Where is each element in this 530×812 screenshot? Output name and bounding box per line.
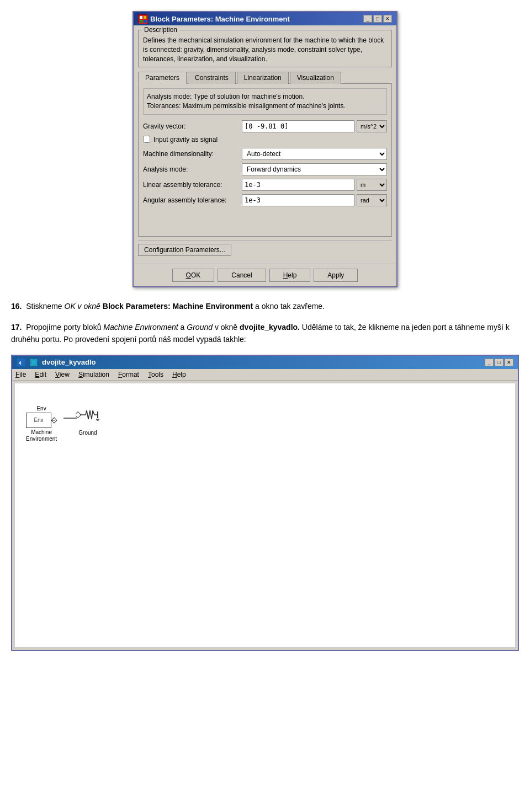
svg-rect-4 — [144, 20, 146, 23]
minimize-button[interactable]: _ — [363, 15, 372, 23]
machine-dim-row: Machine dimensionality: Auto-detect — [143, 148, 387, 160]
tab-visualization[interactable]: Visualization — [290, 72, 341, 84]
angular-tol-label: Angular assembly tolerance: — [143, 196, 240, 204]
simulink-close-button[interactable]: ✕ — [505, 359, 513, 366]
simulink-titlebar-controls: _ □ ✕ — [485, 359, 513, 366]
tab-info-line2: Tolerances: Maximum permissible misalign… — [147, 101, 383, 111]
menu-file[interactable]: File — [15, 371, 26, 378]
menu-edit[interactable]: Edit — [35, 371, 46, 378]
simulink-maximize-button[interactable]: □ — [495, 359, 504, 366]
simulink-app-icon: 4 — [17, 358, 25, 367]
svg-rect-2 — [144, 16, 146, 19]
step16-text: 16. Stiskneme OK v okně Block Parameters… — [11, 301, 519, 312]
tab-constraints[interactable]: Constraints — [188, 72, 236, 84]
simulink-minimize-button[interactable]: _ — [485, 359, 494, 366]
block-params-dialog-wrapper: Block Parameters: Machine Environment _ … — [11, 11, 519, 287]
dialog-title: Block Parameters: Machine Environment — [150, 15, 290, 23]
gravity-input[interactable] — [242, 120, 354, 132]
svg-point-7 — [31, 360, 36, 365]
titlebar-left: Block Parameters: Machine Environment — [138, 14, 290, 23]
block-machine-environment[interactable]: Env Env Machine Environment — [26, 405, 57, 442]
linear-tol-input[interactable] — [242, 179, 354, 191]
block-machine-label1: Machine — [26, 429, 57, 436]
analysis-mode-row: Analysis mode: Forward dynamics — [143, 163, 387, 175]
dialog-footer: OOK Cancel Help Apply — [134, 264, 396, 286]
machine-dim-label: Machine dimensionality: — [143, 150, 240, 158]
simulink-small-icon — [30, 359, 38, 366]
angular-tol-unit-select[interactable]: rad — [357, 194, 387, 206]
dialog-body: Description Defines the mechanical simul… — [134, 25, 396, 264]
spacer — [143, 210, 387, 232]
description-label: Description — [142, 26, 179, 34]
block-env-label-top: Env — [26, 405, 57, 412]
gravity-signal-row: Input gravity as signal — [143, 136, 387, 143]
machine-dim-select[interactable]: Auto-detect — [242, 148, 387, 160]
menu-tools[interactable]: Tools — [148, 371, 163, 378]
step17-number: 17. — [11, 323, 22, 332]
env-output-port — [51, 417, 57, 423]
help-button[interactable]: Help — [269, 269, 311, 282]
ground-label: Ground — [76, 430, 100, 436]
step16-number: 16. — [11, 302, 22, 311]
menu-format[interactable]: Format — [118, 371, 139, 378]
tab-info-box: Analysis mode: Type of solution for mach… — [143, 88, 387, 115]
angular-tol-row: Angular assembly tolerance: rad — [143, 194, 387, 206]
menu-simulation[interactable]: Simulation — [78, 371, 109, 378]
block-ground[interactable]: Ground — [76, 403, 100, 436]
tab-panel-parameters: Analysis mode: Type of solution for mach… — [138, 83, 392, 237]
tab-parameters[interactable]: Parameters — [138, 72, 187, 84]
gravity-signal-checkbox[interactable] — [143, 136, 150, 143]
svg-rect-1 — [140, 16, 142, 19]
configuration-params-button[interactable]: Configuration Parameters... — [138, 244, 231, 256]
gravity-row: Gravity vector: m/s^2 — [143, 120, 387, 132]
svg-text:4: 4 — [19, 360, 22, 365]
gravity-signal-label: Input gravity as signal — [153, 136, 218, 143]
close-button[interactable]: ✕ — [383, 15, 392, 23]
simulink-titlebar: 4 dvojite_kyvadlo _ □ ✕ — [12, 356, 518, 369]
step17-text: 17. Propojíme porty bloků Machine Enviro… — [11, 321, 519, 346]
simulink-canvas: Env Env Machine Environment — [14, 383, 516, 648]
cancel-button[interactable]: Cancel — [218, 269, 266, 282]
analysis-mode-label: Analysis mode: — [143, 165, 240, 173]
analysis-mode-select[interactable]: Forward dynamics — [242, 163, 387, 175]
ok-button[interactable]: OOK — [172, 269, 215, 282]
tabs-row: Parameters Constraints Linearization Vis… — [138, 72, 392, 84]
maximize-button[interactable]: □ — [373, 15, 382, 23]
linear-tol-unit-select[interactable]: m — [357, 179, 387, 191]
ground-symbol-svg — [76, 403, 100, 430]
apply-button[interactable]: Apply — [314, 269, 358, 282]
simulink-titlebar-left: 4 dvojite_kyvadlo — [17, 358, 96, 367]
tab-linearization[interactable]: Linearization — [237, 72, 289, 84]
description-text: Defines the mechanical simulation enviro… — [143, 36, 387, 63]
block-env-text: Env — [34, 417, 43, 423]
svg-rect-3 — [140, 20, 142, 23]
tab-info-line1: Analysis mode: Type of solution for mach… — [147, 92, 383, 101]
linear-tol-row: Linear assembly tolerance: m — [143, 179, 387, 191]
block-env-box: Env — [26, 413, 51, 428]
config-btn-row: Configuration Parameters... — [138, 240, 392, 259]
simulink-window: 4 dvojite_kyvadlo _ □ ✕ File Edit View S… — [11, 355, 519, 651]
titlebar-controls: _ □ ✕ — [363, 15, 392, 23]
dialog-app-icon — [138, 14, 147, 23]
angular-tol-input[interactable] — [242, 194, 354, 206]
simulink-menubar: File Edit View Simulation Format Tools H… — [12, 369, 518, 381]
block-machine-env-label: Machine Environment — [26, 429, 57, 442]
gravity-label: Gravity vector: — [143, 122, 240, 130]
linear-tol-label: Linear assembly tolerance: — [143, 181, 240, 189]
gravity-unit-select[interactable]: m/s^2 — [357, 120, 387, 132]
description-group: Description Defines the mechanical simul… — [138, 30, 392, 67]
dialog-titlebar: Block Parameters: Machine Environment _ … — [134, 12, 396, 25]
menu-help[interactable]: Help — [172, 371, 186, 378]
simulink-title: dvojite_kyvadlo — [42, 358, 96, 366]
block-params-dialog: Block Parameters: Machine Environment _ … — [132, 11, 398, 287]
block-machine-label2: Environment — [26, 436, 57, 442]
menu-view[interactable]: View — [55, 371, 70, 378]
